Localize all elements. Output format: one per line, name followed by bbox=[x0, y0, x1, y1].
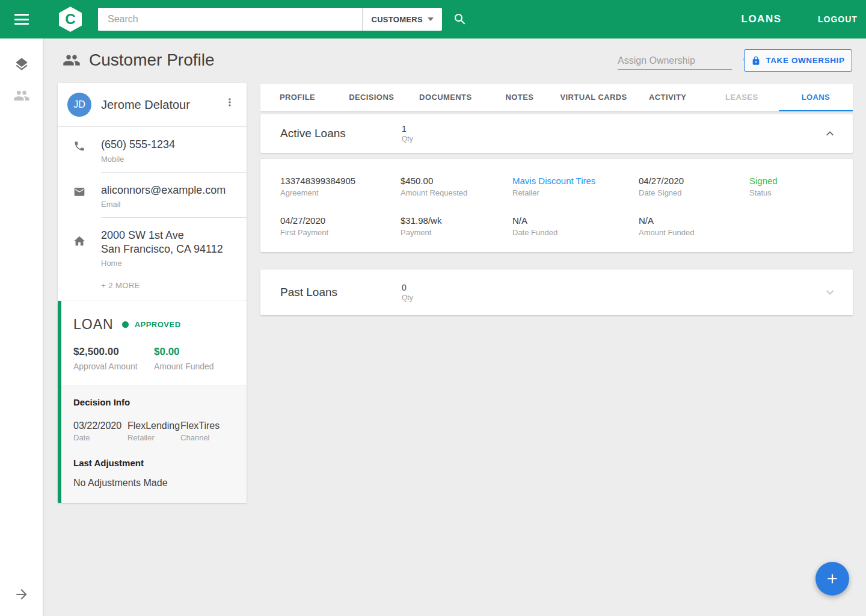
contact-address: 2000 SW 1st Ave San Francisco, CA 94112 … bbox=[58, 218, 247, 276]
left-nav-rail bbox=[0, 38, 43, 616]
approval-amount-label: Approval Amount bbox=[73, 362, 154, 371]
take-ownership-label: TAKE OWNERSHIP bbox=[766, 56, 844, 65]
page-title: Customer Profile bbox=[63, 51, 215, 70]
nav-loans[interactable]: LOANS bbox=[729, 0, 794, 38]
top-app-bar: C CUSTOMERS LOANS LOGOUT bbox=[0, 0, 866, 38]
amount-requested-value: $450.00 bbox=[401, 176, 512, 186]
contact-email: aliconnors@example.com Email bbox=[58, 173, 247, 218]
decision-date-value: 03/22/2020 bbox=[73, 420, 127, 431]
profile-tabs: PROFILE DECISIONS DOCUMENTS NOTES VIRTUA… bbox=[260, 84, 853, 111]
date-funded-value: N/A bbox=[512, 215, 639, 226]
status-badge: APPROVED bbox=[135, 320, 181, 329]
loan-field-first-payment: 04/27/2020 First Payment bbox=[280, 215, 401, 237]
tab-notes[interactable]: NOTES bbox=[482, 84, 556, 111]
logout-button[interactable]: LOGOUT bbox=[813, 0, 862, 38]
past-loans-panel-header: Past Loans 0 Qty bbox=[260, 270, 853, 315]
loan-field-agreement: 133748399384905 Agreement bbox=[280, 176, 401, 197]
menu-icon[interactable] bbox=[14, 14, 29, 25]
tab-documents[interactable]: DOCUMENTS bbox=[408, 84, 482, 111]
loan-field-payment: $31.98/wk Payment bbox=[401, 215, 512, 237]
phone-icon bbox=[58, 138, 101, 164]
active-loans-qty-label: Qty bbox=[402, 135, 413, 143]
phone-value: (650) 555-1234 bbox=[101, 138, 175, 152]
loan-field-date-signed: 04/27/2020 Date Signed bbox=[639, 176, 749, 197]
decision-date-label: Date bbox=[73, 433, 127, 442]
customer-name: Jerome Delatour bbox=[101, 98, 190, 112]
status-label: Status bbox=[749, 188, 853, 197]
search-input[interactable] bbox=[98, 8, 362, 31]
tab-decisions[interactable]: DECISIONS bbox=[334, 84, 408, 111]
date-signed-value: 04/27/2020 bbox=[639, 176, 749, 186]
tab-leases: LEASES bbox=[705, 84, 779, 111]
chevron-down-icon[interactable] bbox=[823, 285, 837, 300]
decision-channel-value: FlexTires bbox=[180, 420, 235, 431]
logo-letter: C bbox=[59, 7, 82, 32]
tab-virtual-cards[interactable]: VIRTUAL CARDS bbox=[557, 84, 631, 111]
email-icon bbox=[58, 183, 101, 209]
take-ownership-button[interactable]: TAKE OWNERSHIP bbox=[744, 49, 852, 72]
payment-value: $31.98/wk bbox=[401, 215, 512, 226]
email-label: Email bbox=[101, 200, 226, 209]
approval-amount-value: $2,500.00 bbox=[73, 346, 154, 358]
global-search-box: CUSTOMERS bbox=[98, 8, 442, 31]
loan-field-amount-funded: N/A Amount Funded bbox=[639, 215, 749, 237]
active-loans-panel-header: Active Loans 1 Qty bbox=[260, 114, 853, 153]
lock-icon bbox=[751, 56, 761, 66]
agreement-value: 133748399384905 bbox=[280, 176, 401, 186]
contact-phone: (650) 555-1234 Mobile bbox=[58, 127, 247, 172]
phone-label: Mobile bbox=[101, 155, 175, 164]
plus-icon bbox=[825, 571, 840, 587]
loan-row: 133748399384905 Agreement $450.00 Amount… bbox=[260, 159, 853, 252]
show-more-link[interactable]: + 2 MORE bbox=[58, 276, 247, 301]
chevron-down-icon bbox=[428, 17, 434, 21]
more-vert-icon[interactable] bbox=[224, 96, 236, 108]
home-icon bbox=[58, 229, 101, 268]
tab-profile[interactable]: PROFILE bbox=[260, 84, 334, 111]
active-loans-qty-value: 1 bbox=[402, 124, 413, 134]
search-icon[interactable] bbox=[453, 12, 467, 26]
past-loans-title: Past Loans bbox=[280, 286, 402, 299]
loan-field-status: Signed Status bbox=[749, 176, 853, 197]
assign-ownership-field bbox=[618, 52, 732, 70]
status-value: Signed bbox=[749, 176, 853, 186]
retailer-link[interactable]: Mavis Discount Tires bbox=[512, 176, 639, 186]
loan-summary-card: LOAN APPROVED $2,500.00 Approval Amount … bbox=[58, 301, 247, 503]
arrow-forward-icon[interactable] bbox=[0, 580, 43, 609]
amount-funded-label: Amount Funded bbox=[154, 362, 235, 371]
tab-activity[interactable]: ACTIVITY bbox=[631, 84, 705, 111]
decision-retailer-label: Retailer bbox=[127, 433, 180, 442]
app-logo[interactable]: C bbox=[59, 7, 82, 32]
email-value: aliconnors@example.com bbox=[101, 183, 226, 197]
page-title-text: Customer Profile bbox=[89, 51, 215, 70]
past-loans-qty-value: 0 bbox=[402, 283, 413, 292]
amount-requested-label: Amount Requested bbox=[401, 188, 512, 197]
last-adjustment-heading: Last Adjustment bbox=[73, 458, 235, 468]
address-label: Home bbox=[101, 259, 223, 268]
people-icon[interactable] bbox=[0, 81, 43, 110]
first-payment-label: First Payment bbox=[280, 228, 401, 237]
amount-funded-label: Amount Funded bbox=[639, 228, 749, 237]
past-loans-qty-label: Qty bbox=[402, 294, 413, 302]
layers-icon[interactable] bbox=[0, 50, 43, 79]
first-payment-value: 04/27/2020 bbox=[280, 215, 401, 226]
loan-field-amount-requested: $450.00 Amount Requested bbox=[401, 176, 512, 197]
decision-channel-label: Channel bbox=[180, 433, 235, 442]
status-dot bbox=[122, 321, 129, 328]
amount-funded-value: N/A bbox=[639, 215, 749, 226]
address-line1: 2000 SW 1st Ave bbox=[101, 229, 223, 242]
amount-funded-value: $0.00 bbox=[154, 346, 235, 358]
customer-card-header: JD Jerome Delatour bbox=[58, 83, 247, 126]
add-button[interactable] bbox=[815, 562, 849, 596]
last-adjustment-text: No Adjustments Made bbox=[73, 478, 235, 488]
date-funded-label: Date Funded bbox=[512, 228, 639, 237]
date-signed-label: Date Signed bbox=[639, 188, 749, 197]
loan-field-date-funded: N/A Date Funded bbox=[512, 215, 639, 237]
agreement-label: Agreement bbox=[280, 188, 401, 197]
assign-ownership-input[interactable] bbox=[618, 55, 742, 66]
tab-loans[interactable]: LOANS bbox=[779, 84, 853, 111]
loan-field-retailer: Mavis Discount Tires Retailer bbox=[512, 176, 639, 197]
decision-info-heading: Decision Info bbox=[73, 397, 235, 407]
chevron-up-icon[interactable] bbox=[823, 126, 837, 141]
search-scope-dropdown[interactable]: CUSTOMERS bbox=[362, 8, 442, 31]
customer-card: JD Jerome Delatour (650) 555-1234 Mobile… bbox=[58, 83, 247, 301]
